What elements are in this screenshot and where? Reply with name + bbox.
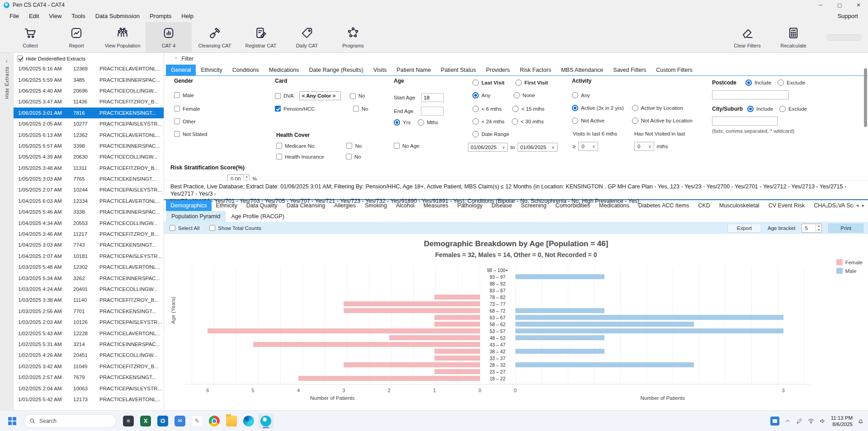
active-radio[interactable] [572, 105, 578, 111]
hidden-icons-chevron[interactable] [784, 417, 791, 425]
menu-item-edit[interactable]: Edit [24, 11, 44, 21]
filter-tab-ethnicity[interactable]: Ethnicity [196, 65, 227, 75]
lt6-radio[interactable] [472, 106, 479, 112]
tabs-scroll-right-icon[interactable]: ► [861, 203, 865, 208]
menu-item-view[interactable]: View [44, 11, 66, 21]
risk-score-spinner[interactable]: 0.00▲▼ [227, 174, 250, 181]
taskbar-dark-app-icon[interactable]: ≡ [121, 413, 136, 429]
filter-tab-conditions[interactable]: Conditions [227, 65, 264, 75]
other-checkbox[interactable] [174, 118, 180, 124]
lt15-radio[interactable] [512, 106, 519, 112]
extract-row[interactable]: 1/06/2025 2:05 AM10277PRACTICEPAISLEYSTR… [14, 118, 164, 129]
health-insurance-checkbox[interactable] [276, 154, 282, 159]
extract-row[interactable]: 1/01/2025 5:42 AM12173PRACTICELAVERTONL.… [14, 394, 164, 405]
notifications-bell-icon[interactable] [857, 417, 864, 425]
report-tab-measures[interactable]: Measures [419, 200, 453, 211]
extract-row[interactable]: 1/05/2025 6:13 AM12362PRACTICELAVERTONL.… [14, 129, 164, 140]
report-tab-smoking[interactable]: Smoking [360, 200, 392, 211]
no-age-checkbox[interactable] [394, 143, 400, 149]
postcode-include-radio[interactable] [745, 80, 752, 86]
not-active-radio[interactable] [572, 117, 578, 124]
report-tab-musculoskeletal[interactable]: Musculoskeletal [715, 200, 764, 211]
extract-row[interactable]: 1/02/2025 5:43 AM12228PRACTICELAVERTONL.… [14, 328, 164, 338]
report-tab-pathology[interactable]: Pathology [453, 200, 487, 211]
report-tab-medications[interactable]: Medications [594, 200, 634, 211]
activity-any-radio[interactable] [572, 92, 578, 98]
not-active-by-location-radio[interactable] [632, 117, 638, 124]
end-age-input[interactable] [421, 107, 443, 116]
date-to-dropdown[interactable]: 01/06/2025∨ [518, 143, 557, 152]
extract-row[interactable]: 1/02/2025 3:42 AM11049PRACTICEFITZROY_B.… [14, 361, 164, 372]
filter-tab-custom-filters[interactable]: Custom Filters [651, 65, 698, 75]
toolbar-button-registrar-cat[interactable]: Registrar CAT [238, 22, 284, 52]
taskbar-clock[interactable]: 11:13 PM 8/6/2025 [831, 415, 853, 427]
city-exclude-radio[interactable] [779, 106, 786, 112]
menu-item-support[interactable]: Support [837, 13, 858, 19]
extract-row[interactable]: 1/05/2025 4:39 AM20630PRACTICECOLLINGW..… [14, 151, 164, 162]
extract-row[interactable]: 1/02/2025 5:31 AM3214PRACTICEINNERSPAC..… [14, 339, 164, 350]
report-tab-demographics[interactable]: Demographics [166, 200, 212, 211]
collapse-arrow-icon[interactable]: ‹ [6, 58, 8, 64]
filter-tab-date-range-results-[interactable]: Date Range (Results) [304, 65, 368, 75]
extract-row[interactable]: 1/05/2025 3:03 AM7765PRACTICEKENSINGT... [14, 173, 164, 184]
maximize-button[interactable]: ▢ [830, 0, 849, 10]
city-suburb-input[interactable] [712, 117, 778, 126]
start-age-input[interactable] [421, 93, 444, 102]
report-tab-diabetes-acc-items[interactable]: Diabetes ACC Items [634, 200, 694, 211]
sub-tab-age-profile-racgp-[interactable]: Age Profile (RACGP) [226, 211, 289, 222]
extract-row[interactable]: 1/04/2025 6:03 AM12334PRACTICELAVERTONL.… [14, 196, 164, 206]
wifi-icon[interactable] [807, 417, 815, 425]
extract-row[interactable]: 1/04/2025 5:46 AM3338PRACTICEINNERSPAC..… [14, 206, 164, 217]
medicare-checkbox[interactable] [276, 143, 282, 149]
extract-row[interactable]: 1/06/2025 3:01 AM7816PRACTICEKENSINGT... [14, 108, 164, 118]
taskbar-excel-icon[interactable]: X [138, 413, 153, 429]
filter-tab-risk-factors[interactable]: Risk Factors [515, 65, 556, 75]
visit-any-radio[interactable] [472, 92, 479, 98]
pension-no-checkbox[interactable] [353, 106, 359, 112]
menu-item-prompts[interactable]: Prompts [145, 11, 176, 21]
medicare-no-checkbox[interactable] [346, 143, 352, 149]
not-stated-checkbox[interactable] [174, 131, 180, 137]
filter-scrollbar[interactable] [864, 68, 867, 127]
extract-row[interactable]: 1/06/2025 4:40 AM20696PRACTICECOLLINGW..… [14, 85, 164, 96]
extract-row[interactable]: 1/03/2025 5:34 AM3262PRACTICEINNERSPAC..… [14, 272, 164, 283]
mths-radio[interactable] [418, 119, 424, 126]
female-checkbox[interactable] [174, 106, 180, 112]
taskbar-mail-app-icon[interactable]: ✉ [172, 413, 188, 429]
lt30-radio[interactable] [512, 118, 518, 125]
extract-row[interactable]: 1/05/2025 3:48 AM11311PRACTICEFITZROY_B.… [14, 163, 164, 173]
start-button[interactable] [5, 413, 20, 429]
extract-row[interactable]: 1/03/2025 2:56 AM7701PRACTICEKENSINGT... [14, 306, 164, 317]
dva-checkbox[interactable] [275, 93, 281, 99]
toolbar-button-report[interactable]: Report [53, 22, 99, 52]
filter-collapse-icon[interactable]: ⌃ [174, 56, 178, 61]
extract-row[interactable]: 1/02/2025 4:26 AM20451PRACTICECOLLINGW..… [14, 350, 164, 361]
city-include-radio[interactable] [747, 106, 754, 112]
filter-tab-medications[interactable]: Medications [264, 65, 304, 75]
toolbar-button-cleansing-cat[interactable]: Cleansing CAT [192, 22, 238, 52]
menu-item-tools[interactable]: Tools [66, 11, 90, 21]
filter-tab-patient-name[interactable]: Patient Name [392, 65, 436, 75]
taskbar-outlook-icon[interactable]: O [155, 413, 170, 429]
extract-row[interactable]: 1/03/2025 2:03 AM10126PRACTICEPAISLEYSTR… [14, 317, 164, 328]
extract-row[interactable]: 1/03/2025 4:24 AM20491PRACTICECOLLINGW..… [14, 284, 164, 295]
export-button[interactable]: Export [727, 224, 761, 233]
lt24-radio[interactable] [472, 118, 479, 125]
extract-row[interactable]: 1/03/2025 5:48 AM12302PRACTICELAVERTONL.… [14, 262, 164, 272]
taskbar-file-explorer-icon[interactable] [224, 413, 239, 429]
filter-tab-general[interactable]: General [166, 65, 196, 75]
toolbar-button-view-population[interactable]: View Population [99, 22, 146, 52]
taskbar-search[interactable]: Search [24, 414, 116, 428]
report-tab-comorbidities[interactable]: Comorbidities [551, 200, 594, 211]
visit-none-radio[interactable] [514, 92, 520, 98]
taskbar-pencs-cat4-icon[interactable] [258, 413, 274, 429]
extract-row[interactable]: 1/06/2025 6:16 AM12369PRACTICELAVERTONL.… [14, 63, 164, 74]
show-total-counts-checkbox[interactable] [209, 225, 215, 231]
tabs-scroll-left-icon[interactable]: ◄ [855, 203, 859, 208]
report-tab-ethnicity[interactable]: Ethnicity [212, 200, 242, 211]
toolbar-button-collect[interactable]: Collect [7, 22, 53, 52]
active-by-location-radio[interactable] [632, 105, 638, 111]
date-range-radio[interactable] [472, 131, 479, 137]
male-checkbox[interactable] [174, 92, 180, 98]
filter-tab-visits[interactable]: Visits [368, 65, 392, 75]
